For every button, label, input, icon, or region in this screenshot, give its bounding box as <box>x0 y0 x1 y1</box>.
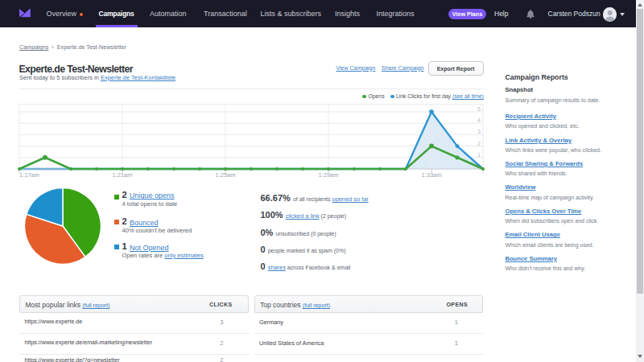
svg-text:5: 5 <box>477 106 481 112</box>
svg-text:2: 2 <box>477 141 481 146</box>
svg-text:3: 3 <box>477 129 481 134</box>
svg-text:1:29am: 1:29am <box>318 171 338 179</box>
svg-text:1:33am: 1:33am <box>421 171 441 179</box>
svg-text:1:17am: 1:17am <box>19 171 39 179</box>
svg-text:1:21am: 1:21am <box>112 171 132 179</box>
svg-text:1:25am: 1:25am <box>215 171 235 179</box>
svg-text:4: 4 <box>477 117 481 123</box>
svg-text:1: 1 <box>477 152 481 158</box>
